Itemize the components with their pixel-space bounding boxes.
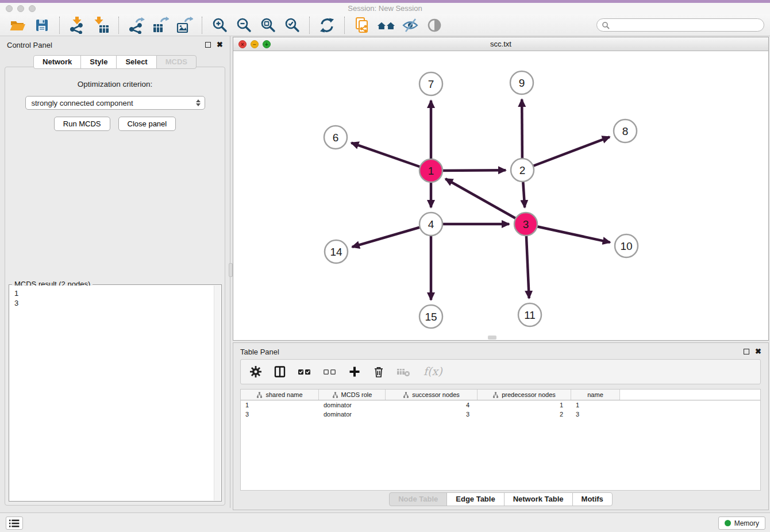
- mcds-result-area[interactable]: 1 3: [10, 286, 221, 500]
- add-column-button[interactable]: [348, 365, 361, 378]
- toolbar-separator: [202, 17, 202, 34]
- table-row[interactable]: 1dominator411: [241, 400, 760, 410]
- column-header-mcds-role[interactable]: MCDS role: [319, 390, 386, 400]
- open-session-button[interactable]: [9, 16, 27, 34]
- node-table[interactable]: shared nameMCDS rolesuccessor nodesprede…: [240, 389, 761, 491]
- graph-edge-4-14[interactable]: [352, 224, 431, 247]
- graph-edge-2-8[interactable]: [522, 137, 610, 170]
- birds-eye-view-button[interactable]: [425, 16, 444, 34]
- memory-button[interactable]: Memory: [718, 516, 765, 530]
- panel-splitter-handle[interactable]: [488, 336, 496, 340]
- dropdown-value: strongly connected component: [32, 99, 133, 107]
- zoom-selected-button[interactable]: [283, 16, 301, 34]
- graph-node-label: 8: [622, 125, 629, 137]
- float-table-panel-icon[interactable]: [744, 349, 749, 354]
- export-network-button[interactable]: [127, 16, 145, 34]
- optimization-criterion-label: Optimization criterion:: [5, 80, 225, 88]
- run-mcds-button[interactable]: Run MCDS: [54, 117, 110, 131]
- tab-style[interactable]: Style: [80, 55, 117, 69]
- table-toolbar: f(x): [240, 359, 761, 384]
- close-table-panel-icon[interactable]: ✖: [755, 349, 761, 354]
- table-cell-name: 3: [571, 411, 620, 418]
- tab-motifs[interactable]: Motifs: [572, 492, 613, 506]
- deselect-all-button[interactable]: [323, 365, 337, 378]
- toolbar-separator: [309, 17, 310, 34]
- zoom-selected-icon: [283, 17, 301, 34]
- table-cell-mcds-role: dominator: [319, 402, 386, 408]
- zoom-out-icon: [235, 17, 252, 34]
- panel-splitter-handle[interactable]: [229, 263, 233, 277]
- import-table-icon: [93, 17, 110, 34]
- delete-column-button[interactable]: [372, 365, 385, 378]
- open-folder-icon: [9, 17, 26, 34]
- zoom-in-button[interactable]: [210, 16, 229, 34]
- import-table-button[interactable]: [92, 16, 110, 34]
- close-network-button[interactable]: ×: [238, 40, 247, 48]
- search-input[interactable]: [613, 21, 759, 30]
- plus-icon: [348, 365, 361, 378]
- column-header-successor-nodes[interactable]: successor nodes: [386, 390, 478, 400]
- hierarchy-sort-icon: [332, 392, 338, 398]
- toolbar-separator: [118, 17, 119, 34]
- select-all-button[interactable]: [298, 365, 311, 378]
- zoom-in-icon: [211, 17, 228, 34]
- tab-network-table[interactable]: Network Table: [504, 492, 573, 506]
- network-window-title: scc.txt: [233, 37, 768, 51]
- graph-edge-1-6[interactable]: [351, 143, 431, 171]
- zoom-fit-button[interactable]: [259, 16, 277, 34]
- tab-select[interactable]: Select: [116, 55, 156, 69]
- maximize-network-button[interactable]: +: [263, 40, 271, 48]
- network-window-titlebar[interactable]: scc.txt × − +: [233, 37, 768, 51]
- tab-node-table[interactable]: Node Table: [389, 492, 447, 506]
- dropdown-stepper-icon: [196, 99, 201, 106]
- column-header-shared-name[interactable]: shared name: [241, 390, 319, 400]
- search-field[interactable]: [596, 18, 764, 32]
- table-panel-title: Table Panel: [240, 348, 279, 356]
- control-panel-title: Control Panel: [7, 41, 52, 49]
- export-image-button[interactable]: [175, 16, 194, 34]
- result-scrollbar[interactable]: [214, 286, 221, 500]
- hierarchy-sort-icon: [403, 392, 409, 398]
- delete-table-button[interactable]: [396, 365, 411, 378]
- save-session-button[interactable]: [33, 16, 51, 34]
- column-header-name[interactable]: name: [571, 390, 620, 400]
- zoom-out-button[interactable]: [234, 16, 253, 34]
- column-header-label: predecessor nodes: [502, 391, 556, 398]
- column-view-button[interactable]: [274, 365, 286, 378]
- table-cell-mcds-role: dominator: [319, 411, 386, 418]
- graph-edge-3-10[interactable]: [526, 224, 610, 242]
- import-network-button[interactable]: [68, 16, 86, 34]
- refresh-button[interactable]: [318, 16, 336, 34]
- list-icon: [9, 519, 20, 528]
- graph-node-label: 9: [519, 77, 525, 89]
- tab-mcds[interactable]: MCDS: [156, 55, 197, 69]
- optimization-criterion-dropdown[interactable]: strongly connected component: [25, 96, 205, 110]
- hide-graphics-details-button[interactable]: [401, 16, 419, 34]
- close-panel-button[interactable]: Close panel: [118, 117, 176, 131]
- tab-network[interactable]: Network: [33, 55, 81, 69]
- column-header-label: name: [587, 391, 603, 398]
- close-panel-icon[interactable]: ✖: [217, 42, 223, 48]
- table-row[interactable]: 3dominator323: [241, 410, 760, 419]
- network-graph[interactable]: 7968124314101511: [233, 51, 768, 340]
- tab-edge-table[interactable]: Edge Table: [446, 492, 504, 506]
- show-panels-button[interactable]: [6, 516, 23, 530]
- function-builder-button[interactable]: f(x): [422, 365, 444, 379]
- graph-node-label: 14: [330, 246, 342, 258]
- minimize-network-button[interactable]: −: [251, 40, 259, 48]
- float-panel-icon[interactable]: [205, 42, 211, 48]
- column-header-predecessor-nodes[interactable]: predecessor nodes: [478, 390, 571, 400]
- export-table-button[interactable]: [151, 16, 170, 34]
- mcds-panel: Optimization criterion: strongly connect…: [5, 67, 225, 506]
- memory-status-icon: [725, 520, 731, 526]
- main-toolbar: [0, 14, 770, 36]
- clone-network-button[interactable]: [353, 16, 371, 34]
- graph-node-label: 1: [428, 165, 434, 177]
- zoom-fit-icon: [259, 17, 276, 34]
- show-all-networks-button[interactable]: [377, 16, 395, 34]
- network-canvas[interactable]: 7968124314101511: [233, 51, 768, 340]
- table-settings-button[interactable]: [249, 365, 262, 378]
- memory-label: Memory: [734, 519, 759, 527]
- graph-edge-3-1[interactable]: [445, 179, 526, 224]
- homes-icon: [377, 17, 395, 34]
